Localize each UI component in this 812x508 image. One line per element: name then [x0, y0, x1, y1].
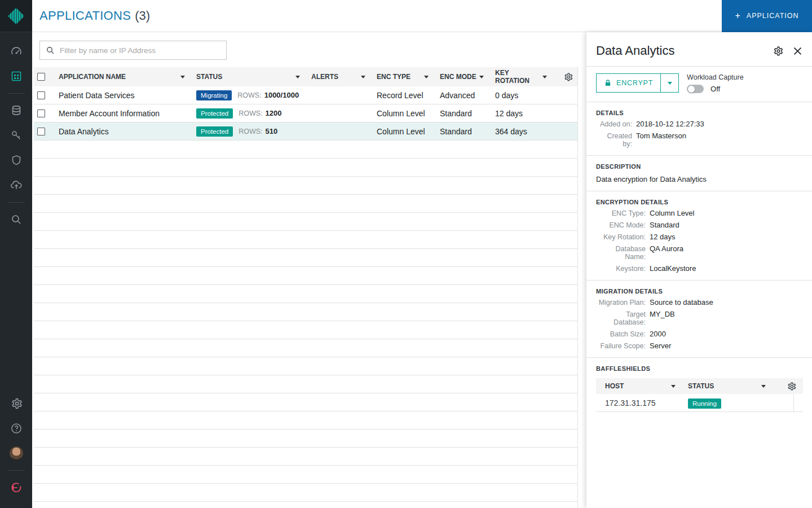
- sidebar-divider: [8, 470, 25, 471]
- encrypt-label: ENCRYPT: [616, 79, 653, 87]
- enc-mode-cell: Standard: [440, 109, 495, 118]
- detail-field: Failure Scope: Server: [596, 341, 803, 350]
- sidebar: [0, 0, 32, 508]
- sidebar-item-profile[interactable]: [0, 441, 32, 466]
- workload-capture-label: Workload Capture: [687, 73, 744, 81]
- gear-icon: [10, 397, 23, 410]
- row-end-divider: [793, 394, 803, 411]
- enc-mode-cell: Standard: [440, 127, 495, 136]
- application-name: Patient Data Services: [59, 91, 196, 100]
- sort-caret-icon[interactable]: [671, 385, 676, 388]
- sort-caret-icon[interactable]: [479, 76, 484, 78]
- rows-label: ROWS:: [239, 110, 262, 117]
- baffleshield-row[interactable]: 172.31.31.175 Running: [596, 394, 803, 412]
- detail-field: Keystore: LocalKeystore: [596, 264, 803, 273]
- encryption-details-section: ENCRYPTION DETAILS ENC Type: Column Leve…: [586, 191, 812, 281]
- column-header-status[interactable]: STATUS: [196, 73, 311, 81]
- detail-field: Batch Size: 2000: [596, 330, 803, 338]
- sort-caret-icon[interactable]: [295, 76, 300, 78]
- gauge-icon: [10, 45, 23, 58]
- details-section: DETAILS Added on: 2018-10-12 12:27:33 Cr…: [586, 102, 812, 156]
- section-heading: DESCRIPTION: [596, 163, 803, 170]
- page-count: (3): [135, 8, 150, 23]
- close-icon: [792, 46, 803, 56]
- cloud-upload-icon: [10, 179, 23, 191]
- description-section: DESCRIPTION Data encryption for Data Ana…: [586, 156, 812, 191]
- select-all-cell: [34, 73, 59, 81]
- sidebar-item-settings[interactable]: [0, 391, 32, 416]
- encrypt-split-button: ENCRYPT: [596, 73, 679, 93]
- column-header-host[interactable]: HOST: [596, 382, 688, 390]
- row-checkbox[interactable]: [37, 128, 45, 135]
- sort-caret-icon[interactable]: [761, 385, 766, 388]
- row-checkbox[interactable]: [37, 91, 45, 99]
- sidebar-item-search[interactable]: [0, 207, 32, 232]
- column-header-shield-status[interactable]: STATUS: [688, 382, 778, 390]
- filter-input[interactable]: [60, 46, 220, 55]
- sidebar-item-databases[interactable]: [0, 98, 32, 123]
- applications-main: APPLICATION NAME STATUS ALERTS ENC TYPE …: [32, 32, 586, 508]
- baffleshields-header-row: HOST STATUS: [596, 378, 803, 394]
- search-icon: [10, 213, 23, 226]
- table-row[interactable]: Patient Data Services Migrating ROWS: 10…: [34, 86, 577, 104]
- detail-field: Target Database: MY_DB: [596, 310, 803, 326]
- column-header-enc-mode[interactable]: ENC MODE: [440, 73, 495, 81]
- panel-close-button[interactable]: [792, 46, 803, 56]
- section-heading: DETAILS: [596, 110, 803, 116]
- add-application-button[interactable]: + APPLICATION: [722, 0, 812, 32]
- shield-host: 172.31.31.175: [596, 398, 688, 408]
- sidebar-item-keys[interactable]: [0, 123, 32, 148]
- row-checkbox[interactable]: [37, 110, 45, 117]
- sort-caret-icon[interactable]: [542, 76, 547, 78]
- enc-type-cell: Column Level: [377, 127, 440, 136]
- encrypt-button[interactable]: ENCRYPT: [597, 74, 660, 92]
- enc-type-cell: Column Level: [377, 109, 440, 118]
- application-name: Data Analytics: [59, 127, 196, 136]
- empty-table-rows: [34, 141, 577, 508]
- sort-caret-icon[interactable]: [180, 76, 185, 78]
- sidebar-item-logout[interactable]: [0, 475, 32, 500]
- user-avatar: [10, 446, 23, 460]
- column-header-key-rotation[interactable]: KEY ROTATION: [495, 69, 558, 85]
- column-header-enc-type[interactable]: ENC TYPE: [377, 73, 440, 81]
- sort-caret-icon[interactable]: [424, 76, 429, 78]
- sidebar-item-help[interactable]: [0, 416, 32, 441]
- table-row[interactable]: Member Account Information Protected ROW…: [34, 104, 577, 122]
- key-icon: [10, 129, 23, 142]
- sidebar-item-shields[interactable]: [0, 148, 32, 173]
- select-all-checkbox[interactable]: [37, 73, 45, 81]
- encrypt-dropdown-button[interactable]: [660, 74, 678, 92]
- detail-field: Migration Plan: Source to database: [596, 298, 803, 306]
- shield-icon: [10, 154, 23, 167]
- table-row-selected[interactable]: Data Analytics Protected ROWS: 510 Colum…: [34, 122, 577, 141]
- application-name: Member Account Information: [59, 109, 196, 118]
- baffleshields-table: HOST STATUS 172.31.31.175 Running: [596, 378, 803, 412]
- sort-caret-icon[interactable]: [361, 76, 365, 78]
- detail-panel: Data Analytics ENCRYPT: [586, 32, 812, 508]
- gear-icon[interactable]: [563, 72, 573, 82]
- baffleshields-section: BAFFLESHIELDS HOST STATUS: [586, 358, 812, 419]
- sidebar-item-dashboard[interactable]: [0, 39, 32, 64]
- workload-capture-state: Off: [710, 85, 720, 93]
- panel-settings-button[interactable]: [773, 46, 783, 56]
- detail-field: ENC Mode: Standard: [596, 221, 803, 229]
- column-header-alerts[interactable]: ALERTS: [311, 73, 377, 81]
- help-icon: [10, 422, 23, 435]
- detail-field: Database Name: QA Aurora: [596, 244, 803, 261]
- section-heading: ENCRYPTION DETAILS: [596, 199, 803, 205]
- rows-label: ROWS:: [239, 128, 262, 135]
- status-badge: Migrating: [196, 90, 232, 100]
- toggle-knob: [688, 86, 695, 93]
- plus-icon: +: [735, 11, 740, 21]
- page-title: APPLICATIONS: [39, 8, 131, 23]
- app-logo[interactable]: [0, 0, 32, 32]
- sidebar-item-applications[interactable]: [0, 64, 32, 89]
- column-header-application-name[interactable]: APPLICATION NAME: [59, 73, 196, 81]
- detail-field: ENC Type: Column Level: [596, 209, 803, 217]
- sidebar-item-deploy[interactable]: [0, 173, 32, 198]
- filter-search-box[interactable]: [39, 41, 227, 60]
- gear-icon[interactable]: [787, 382, 796, 391]
- applications-grid-icon: [10, 70, 23, 82]
- workload-capture-toggle[interactable]: [687, 85, 704, 93]
- rows-label: ROWS:: [237, 91, 261, 99]
